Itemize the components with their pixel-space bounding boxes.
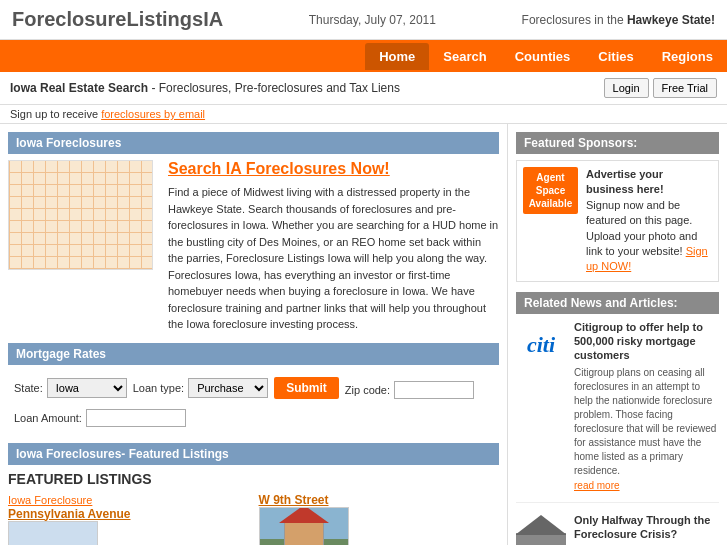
iowa-text: Search IA Foreclosures Now! Find a piece… [168, 160, 499, 333]
news-section-header: Related News and Articles: [516, 292, 719, 314]
mortgage-section-header: Mortgage Rates [8, 343, 499, 365]
sponsor-text: Advertise your business here! Signup now… [586, 167, 712, 275]
house-image [260, 508, 348, 546]
citi-logo: citi [527, 332, 555, 358]
zip-group: Zip code: [345, 381, 474, 399]
main-content: Iowa Foreclosures Search IA Foreclosures… [0, 124, 727, 545]
signup-bar: Sign up to receive foreclosures by email [0, 105, 727, 123]
nav-item-search[interactable]: Search [429, 43, 500, 70]
submit-button[interactable]: Submit [274, 377, 339, 399]
header-date: Thursday, July 07, 2011 [223, 13, 521, 27]
listing-card-1: Iowa Foreclosure Pennsylvania Avenue ? D… [8, 493, 249, 546]
listing-thumbnail-1: ? [8, 521, 98, 546]
listings-grid: Iowa Foreclosure Pennsylvania Avenue ? D… [8, 493, 499, 546]
zip-input[interactable] [394, 381, 474, 399]
nav-item-regions[interactable]: Regions [648, 43, 727, 70]
mortgage-form: State: Iowa Loan type: Purchase Submit Z… [8, 371, 499, 433]
news-thumb-2 [516, 513, 566, 545]
news-item-2: Only Halfway Through the Foreclosure Cri… [516, 513, 719, 545]
logo-suffix: IA [203, 8, 223, 30]
zip-label: Zip code: [345, 384, 390, 396]
loan-amount-group: Loan Amount: [14, 409, 186, 427]
main-nav: Home Search Counties Cities Regions [0, 40, 727, 72]
iowa-section-body: Find a piece of Midwest living with a di… [168, 184, 499, 333]
nav-item-home[interactable]: Home [365, 43, 429, 70]
iowa-map-image [8, 160, 153, 270]
page-header: ForeclosureListingsIA Thursday, July 07,… [0, 0, 727, 40]
listing-card-2: W 9th Street Waterloo, Iowa 50702 $11,90… [259, 493, 500, 546]
news-item-1: citi Citigroup to offer help to 500,000 … [516, 320, 719, 503]
free-trial-button[interactable]: Free Trial [653, 78, 717, 98]
news-title-1: Citigroup to offer help to 500,000 risky… [574, 320, 719, 363]
news-title-2: Only Halfway Through the Foreclosure Cri… [574, 513, 719, 542]
foreclosure-house-icon [516, 513, 566, 545]
listing-address-2[interactable]: W 9th Street [259, 493, 329, 507]
sponsors-header: Featured Sponsors: [516, 132, 719, 154]
nav-item-counties[interactable]: Counties [501, 43, 585, 70]
featured-listings-header: FEATURED LISTINGS [8, 471, 499, 487]
logo-main: ForeclosureListings [12, 8, 203, 30]
iowa-content: Search IA Foreclosures Now! Find a piece… [8, 160, 499, 333]
loan-type-group: Loan type: Purchase [133, 378, 268, 398]
subheader-bar: Iowa Real Estate Search - Foreclosures, … [0, 72, 727, 124]
iowa-foreclosures-section: Iowa Foreclosures Search IA Foreclosures… [8, 132, 499, 333]
subheader-row: Iowa Real Estate Search - Foreclosures, … [0, 72, 727, 105]
mortgage-rates-section: Mortgage Rates State: Iowa Loan type: Pu… [8, 343, 499, 433]
sponsor-box: Agent Space Available Advertise your bus… [516, 160, 719, 282]
loan-amount-label: Loan Amount: [14, 412, 82, 424]
left-column: Iowa Foreclosures Search IA Foreclosures… [0, 124, 507, 545]
subheader-actions: Login Free Trial [604, 78, 717, 98]
listing-tag-1[interactable]: Iowa Foreclosure [8, 494, 92, 506]
news-text-2: Only Halfway Through the Foreclosure Cri… [574, 513, 719, 545]
featured-section-header: Iowa Foreclosures- Featured Listings [8, 443, 499, 465]
featured-sponsors-section: Featured Sponsors: Agent Space Available… [516, 132, 719, 282]
featured-listings-section: Iowa Foreclosures- Featured Listings FEA… [8, 443, 499, 546]
state-label: State: [14, 382, 43, 394]
state-select[interactable]: Iowa [47, 378, 127, 398]
iowa-map [8, 160, 158, 333]
site-logo[interactable]: ForeclosureListingsIA [12, 8, 223, 31]
listing-thumbnail-2 [259, 507, 349, 546]
loan-amount-input[interactable] [86, 409, 186, 427]
login-button[interactable]: Login [604, 78, 649, 98]
listing-address-1[interactable]: Pennsylvania Avenue [8, 507, 131, 521]
news-body-1: Citigroup plans on ceasing all foreclosu… [574, 366, 719, 478]
map-grid [9, 161, 152, 269]
state-group: State: Iowa [14, 378, 127, 398]
news-thumb-1: citi [516, 320, 566, 370]
right-column: Featured Sponsors: Agent Space Available… [507, 124, 727, 545]
nav-item-cities[interactable]: Cities [584, 43, 647, 70]
news-text-1: Citigroup to offer help to 500,000 risky… [574, 320, 719, 492]
iowa-section-title[interactable]: Search IA Foreclosures Now! [168, 160, 499, 178]
loan-type-select[interactable]: Purchase [188, 378, 268, 398]
subheader-text: Iowa Real Estate Search - Foreclosures, … [10, 81, 400, 95]
header-tagline: Foreclosures in the Hawkeye State! [522, 13, 715, 27]
loan-type-label: Loan type: [133, 382, 184, 394]
signup-link[interactable]: foreclosures by email [101, 108, 205, 120]
iowa-section-header: Iowa Foreclosures [8, 132, 499, 154]
news-read-more-1[interactable]: read more [574, 480, 620, 491]
agent-space-badge: Agent Space Available [523, 167, 578, 214]
related-news-section: Related News and Articles: citi Citigrou… [516, 292, 719, 545]
